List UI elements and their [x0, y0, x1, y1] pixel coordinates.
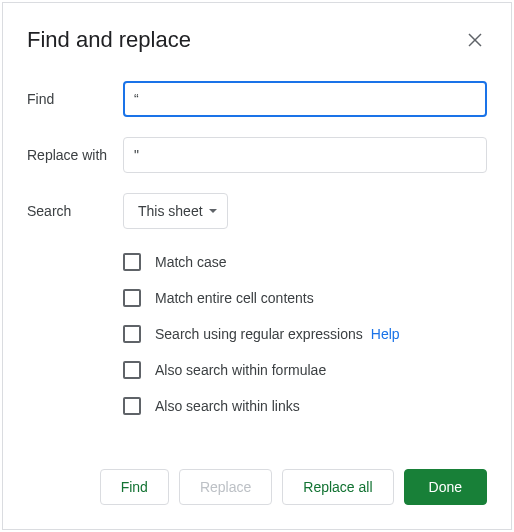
search-scope-value: This sheet: [138, 203, 203, 219]
regex-checkbox[interactable]: [123, 325, 141, 343]
regex-option[interactable]: Search using regular expressions Help: [123, 325, 487, 343]
formulae-option[interactable]: Also search within formulae: [123, 361, 487, 379]
match-entire-checkbox[interactable]: [123, 289, 141, 307]
links-checkbox[interactable]: [123, 397, 141, 415]
match-case-checkbox[interactable]: [123, 253, 141, 271]
replace-label: Replace with: [27, 147, 123, 163]
regex-help-link[interactable]: Help: [371, 326, 400, 342]
dialog-header: Find and replace: [27, 27, 487, 53]
find-row: Find: [27, 81, 487, 117]
formulae-label: Also search within formulae: [155, 362, 326, 378]
find-input[interactable]: [123, 81, 487, 117]
formulae-checkbox[interactable]: [123, 361, 141, 379]
search-row: Search This sheet: [27, 193, 487, 229]
dialog-title: Find and replace: [27, 27, 191, 53]
replace-all-button[interactable]: Replace all: [282, 469, 393, 505]
button-row: Find Replace Replace all Done: [100, 469, 487, 505]
match-entire-option[interactable]: Match entire cell contents: [123, 289, 487, 307]
replace-input[interactable]: [123, 137, 487, 173]
chevron-down-icon: [209, 209, 217, 213]
options-section: Match case Match entire cell contents Se…: [123, 253, 487, 415]
close-button[interactable]: [463, 28, 487, 52]
find-button[interactable]: Find: [100, 469, 169, 505]
match-case-option[interactable]: Match case: [123, 253, 487, 271]
match-entire-label: Match entire cell contents: [155, 290, 314, 306]
match-case-label: Match case: [155, 254, 227, 270]
find-replace-dialog: Find and replace Find Replace with Searc…: [2, 2, 512, 530]
links-option[interactable]: Also search within links: [123, 397, 487, 415]
links-label: Also search within links: [155, 398, 300, 414]
search-label: Search: [27, 203, 123, 219]
replace-button[interactable]: Replace: [179, 469, 272, 505]
done-button[interactable]: Done: [404, 469, 487, 505]
search-scope-dropdown[interactable]: This sheet: [123, 193, 228, 229]
regex-label: Search using regular expressions: [155, 326, 363, 342]
close-icon: [468, 33, 482, 47]
replace-row: Replace with: [27, 137, 487, 173]
find-label: Find: [27, 91, 123, 107]
